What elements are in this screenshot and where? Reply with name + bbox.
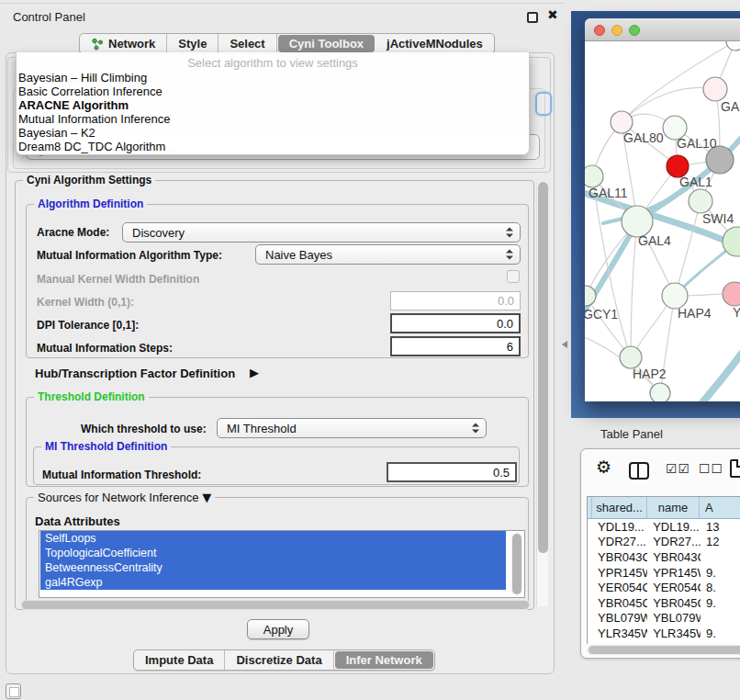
attribute-list-item[interactable]: BetweennessCentrality <box>40 560 506 575</box>
tab-impute-data[interactable]: Impute Data <box>134 650 225 670</box>
table-cell[interactable]: YDR27... <box>592 535 647 550</box>
list-vertical-scrollbar[interactable] <box>511 533 522 595</box>
table-cell[interactable]: YBR045C <box>592 595 647 611</box>
table-cell[interactable]: YBR043C <box>592 549 647 565</box>
table-row[interactable]: YER054CYER054C8. <box>588 580 740 595</box>
table-cell[interactable]: YBR045C <box>647 595 701 611</box>
minimize-traffic-light[interactable] <box>611 25 622 36</box>
network-node-swi4[interactable] <box>689 189 712 213</box>
scrollbar-thumb[interactable] <box>538 182 548 553</box>
settings-horizontal-scrollbar[interactable] <box>20 600 531 610</box>
tab-network[interactable]: Network <box>80 34 167 53</box>
network-window-titlebar[interactable] <box>585 18 740 41</box>
network-window[interactable]: GALGAL80GAL10GAL1GAL11SWI4GAL4GCY1HAP4YH… <box>585 18 740 401</box>
attribute-list-item[interactable]: SelfLoops <box>40 531 506 546</box>
table-cell[interactable]: YBL079W <box>592 611 647 627</box>
export-table-icon[interactable] <box>730 459 740 478</box>
table-row[interactable]: YBR043CYBR043C <box>588 549 740 565</box>
table-cell[interactable]: 9. <box>701 595 740 611</box>
table-cell[interactable]: YER054C <box>647 580 701 595</box>
table-cell[interactable]: 8. <box>701 580 740 595</box>
mi-steps-field[interactable]: 6 <box>390 336 521 356</box>
table-row[interactable]: YBR045CYBR045C9. <box>588 595 740 611</box>
table-cell[interactable]: YLR345W <box>647 626 701 641</box>
table-cell[interactable]: YIL052C <box>647 641 701 644</box>
table-row[interactable]: YPR145WYPR145W9. <box>588 565 740 581</box>
table-cell[interactable]: YBR043C <box>647 549 701 565</box>
algorithm-option[interactable]: Bayesian – Hill Climbing <box>17 71 529 85</box>
table-cell[interactable]: YER054C <box>592 580 647 595</box>
collapse-arrow-icon[interactable]: ▼ <box>202 491 211 504</box>
mi-type-select[interactable]: Naive Bayes <box>255 244 521 265</box>
which-threshold-select[interactable]: MI Threshold <box>217 418 487 438</box>
tab-style[interactable]: Style <box>167 34 219 53</box>
tab-cyni-toolbox[interactable]: Cyni Toolbox <box>278 35 375 52</box>
algorithm-option[interactable]: Bayesian – K2 <box>17 126 529 140</box>
network-node-gcy1[interactable] <box>585 286 596 306</box>
table-cell[interactable]: 9. <box>701 565 740 581</box>
expand-arrow-icon[interactable]: ▶ <box>250 366 259 379</box>
columns-icon[interactable] <box>629 462 649 480</box>
table-row[interactable]: YDR27...YDR27...12 <box>588 535 740 550</box>
table-row[interactable]: YIL052CYIL052C9 <box>588 641 740 644</box>
gear-icon[interactable]: ⚙ <box>596 457 611 477</box>
algorithm-option[interactable]: Dream8 DC_TDC Algorithm <box>17 140 529 153</box>
attribute-list-item[interactable]: TopologicalCoefficient <box>40 546 506 560</box>
table-row[interactable]: YBL079WYBL079W <box>588 611 740 627</box>
data-attributes-list[interactable]: SelfLoopsTopologicalCoefficientBetweenne… <box>39 530 525 598</box>
algorithm-option[interactable]: Mutual Information Inference <box>17 112 529 126</box>
float-window-icon[interactable] <box>527 12 538 23</box>
dpi-tolerance-field[interactable]: 0.0 <box>390 313 521 333</box>
network-node-gal11[interactable] <box>585 165 603 187</box>
network-edge[interactable] <box>688 294 723 296</box>
table-cell[interactable]: 9. <box>701 626 740 641</box>
network-node-hap4[interactable] <box>662 283 688 309</box>
table-cell[interactable]: YIL052C <box>592 641 647 644</box>
focused-button-fragment[interactable] <box>535 92 552 116</box>
network-edge[interactable] <box>631 221 637 357</box>
tab-infer-network[interactable]: Infer Network <box>335 651 433 669</box>
manual-kernel-checkbox[interactable] <box>507 270 520 283</box>
network-edge[interactable] <box>693 344 740 401</box>
network-node[interactable] <box>650 383 670 401</box>
table-horizontal-scrollbar[interactable] <box>587 645 740 655</box>
scrollbar-thumb[interactable] <box>22 601 529 609</box>
aracne-mode-select[interactable]: Discovery <box>122 222 521 243</box>
column-header[interactable]: shared... <box>592 497 646 519</box>
table-cell[interactable]: YPR145W <box>647 565 701 581</box>
table-cell[interactable]: YDL19... <box>647 519 701 535</box>
close-traffic-light[interactable] <box>594 25 605 36</box>
network-canvas[interactable]: GALGAL80GAL10GAL1GAL11SWI4GAL4GCY1HAP4YH… <box>585 41 740 401</box>
mi-threshold-field[interactable]: 0.5 <box>387 462 517 482</box>
table-row[interactable]: YLR345WYLR345W9. <box>588 626 740 641</box>
tab-discretize-data[interactable]: Discretize Data <box>225 650 333 670</box>
table-cell[interactable]: 13 <box>701 519 740 535</box>
table-cell[interactable]: YBL079W <box>647 611 701 627</box>
zoom-traffic-light[interactable] <box>629 25 640 36</box>
algorithm-option[interactable]: ARACNE Algorithm <box>17 98 529 112</box>
network-node[interactable] <box>726 41 740 51</box>
column-header[interactable]: A <box>700 497 740 519</box>
restore-panel-icon[interactable] <box>6 683 21 699</box>
attribute-list-item[interactable]: gal4RGexp <box>40 575 506 590</box>
algorithm-option[interactable]: Basic Correlation Inference <box>17 85 529 98</box>
table-cell[interactable]: YDL19... <box>592 519 647 535</box>
network-node-gal[interactable] <box>703 77 727 101</box>
table-cell[interactable]: YDR27... <box>647 535 701 550</box>
column-header[interactable]: name <box>647 497 700 519</box>
tab-select[interactable]: Select <box>219 34 276 53</box>
table-cell[interactable]: YLR345W <box>592 626 647 641</box>
select-all-columns-icon[interactable]: ☑☑ <box>666 461 690 476</box>
scrollbar-thumb[interactable] <box>512 534 521 594</box>
table-cell[interactable]: YPR145W <box>592 565 647 581</box>
table-cell[interactable] <box>701 549 740 565</box>
table-row[interactable]: YDL19...YDL19...13 <box>588 519 740 535</box>
table-cell[interactable] <box>701 611 740 627</box>
settings-vertical-scrollbar[interactable] <box>536 182 548 606</box>
close-icon[interactable]: ✖ <box>547 7 558 22</box>
deselect-all-columns-icon[interactable]: ☐☐ <box>699 461 723 476</box>
network-node-hap2[interactable] <box>620 346 642 368</box>
network-node-gal4[interactable] <box>622 206 653 237</box>
network-node-y[interactable] <box>723 282 740 306</box>
kernel-width-field[interactable]: 0.0 <box>390 291 521 310</box>
